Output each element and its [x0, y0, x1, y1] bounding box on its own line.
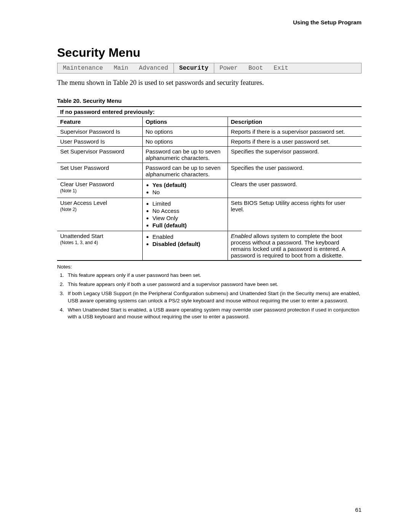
col-header-options: Options: [142, 117, 228, 127]
feature-note: (Notes 1, 3, and 4): [60, 240, 139, 245]
feature-cell: Set User Password: [57, 163, 142, 179]
table-row: Unattended Start(Notes 1, 3, and 4)Enabl…: [57, 231, 362, 261]
table-subheader: If no password entered previously:: [57, 107, 362, 117]
bios-tab-boot: Boot: [243, 63, 268, 73]
feature-cell: Supervisor Password Is: [57, 127, 142, 137]
table-row: Set Supervisor PasswordPassword can be u…: [57, 147, 362, 163]
table-row: User Password IsNo optionsReports if the…: [57, 137, 362, 147]
section-title: Security Menu: [57, 46, 362, 60]
option-item: View Only: [153, 215, 225, 221]
bios-tab-power: Power: [214, 63, 243, 73]
feature-cell: Set Supervisor Password: [57, 147, 142, 163]
table-row: User Access Level(Note 2)LimitedNo Acces…: [57, 198, 362, 231]
options-cell: Password can be up to seven alphanumeric…: [142, 147, 228, 163]
table-row: Clear User Password(Note 1)Yes (default)…: [57, 179, 362, 198]
option-item: Full (default): [153, 222, 225, 228]
feature-note: (Note 1): [60, 188, 139, 193]
document-page: Using the Setup Program Security Menu Ma…: [0, 0, 411, 532]
description-cell: Sets BIOS Setup Utility access rights fo…: [228, 198, 362, 231]
options-cell: EnabledDisabled (default): [142, 231, 228, 261]
table-caption: Table 20. Security Menu: [57, 97, 362, 104]
running-header: Using the Setup Program: [293, 19, 362, 26]
note-item: This feature appears only if a user pass…: [65, 272, 362, 279]
table-row: Set User PasswordPassword can be up to s…: [57, 163, 362, 179]
description-cell: Reports if there is a supervisor passwor…: [228, 127, 362, 137]
options-cell: Password can be up to seven alphanumeric…: [142, 163, 228, 179]
description-cell: Reports if there is a user password set.: [228, 137, 362, 147]
security-menu-table: If no password entered previously: Featu…: [57, 106, 362, 261]
notes-block: Notes: This feature appears only if a us…: [57, 264, 362, 320]
description-cell: Enabled allows system to complete the bo…: [228, 231, 362, 261]
note-item: This feature appears only if both a user…: [65, 281, 362, 288]
col-header-description: Description: [228, 117, 362, 127]
options-cell: Yes (default)No: [142, 179, 228, 198]
bios-tab-advanced: Advanced: [134, 63, 174, 73]
table-row: Supervisor Password IsNo optionsReports …: [57, 127, 362, 137]
feature-cell: Unattended Start(Notes 1, 3, and 4): [57, 231, 142, 261]
feature-cell: User Access Level(Note 2): [57, 198, 142, 231]
notes-label: Notes:: [57, 264, 362, 270]
description-cell: Specifies the supervisor password.: [228, 147, 362, 163]
bios-tab-exit: Exit: [268, 63, 293, 73]
intro-paragraph: The menu shown in Table 20 is used to se…: [57, 79, 362, 87]
option-item: No: [153, 189, 225, 195]
page-number: 61: [355, 506, 362, 513]
option-item: No Access: [153, 208, 225, 214]
option-item: Disabled (default): [153, 241, 225, 247]
bios-tab-security: Security: [174, 63, 214, 73]
feature-cell: User Password Is: [57, 137, 142, 147]
description-cell: Specifies the user password.: [228, 163, 362, 179]
description-cell: Clears the user password.: [228, 179, 362, 198]
option-item: Enabled: [153, 233, 225, 240]
bios-tab-maintenance: Maintenance: [57, 63, 108, 73]
options-cell: No options: [142, 137, 228, 147]
notes-list: This feature appears only if a user pass…: [57, 272, 362, 320]
feature-cell: Clear User Password(Note 1): [57, 179, 142, 198]
options-cell: LimitedNo AccessView OnlyFull (default): [142, 198, 228, 231]
note-item: When Unattended Start is enabled, a USB …: [65, 307, 362, 320]
options-cell: No options: [142, 127, 228, 137]
option-item: Yes (default): [153, 182, 225, 188]
bios-tab-main: Main: [108, 63, 134, 73]
note-item: If both Legacy USB Support (in the Perip…: [65, 290, 362, 304]
bios-menu-tabs: MaintenanceMainAdvancedSecurityPowerBoot…: [57, 63, 362, 73]
feature-note: (Note 2): [60, 207, 139, 212]
col-header-feature: Feature: [57, 117, 142, 127]
option-item: Limited: [153, 200, 225, 207]
